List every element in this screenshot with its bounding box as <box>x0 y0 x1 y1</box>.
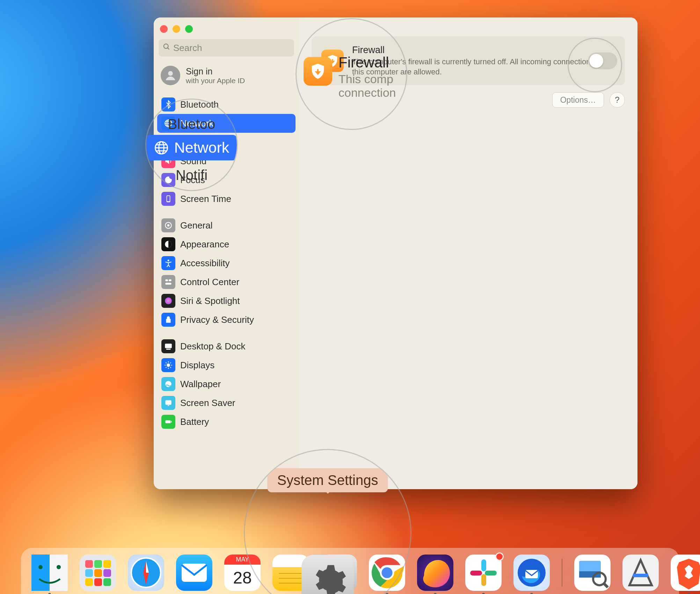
privacy-security-icon <box>161 313 175 327</box>
accessibility-icon <box>161 256 175 270</box>
firewall-toggle[interactable] <box>588 52 617 69</box>
dock-notes[interactable] <box>272 555 309 591</box>
svg-rect-48 <box>481 559 486 571</box>
sidebar-item-general[interactable]: General <box>157 216 296 235</box>
wallpaper-icon <box>161 377 175 391</box>
displays-icon <box>161 358 175 372</box>
sidebar-item-label: Focus <box>180 175 205 186</box>
zoom-button[interactable] <box>185 25 193 33</box>
sidebar-item-notifications[interactable]: Notifications <box>157 133 296 152</box>
sidebar-item-label: Appearance <box>180 239 229 250</box>
options-button[interactable]: Options… <box>552 92 604 108</box>
dock-finder[interactable] <box>31 555 68 591</box>
svg-point-26 <box>57 565 61 569</box>
svg-rect-27 <box>85 560 93 568</box>
svg-rect-31 <box>94 569 102 577</box>
sidebar-item-label: Control Center <box>180 277 239 288</box>
svg-rect-21 <box>165 420 170 423</box>
dock-safari[interactable] <box>128 555 164 591</box>
sidebar-item-focus[interactable]: Focus <box>157 171 296 189</box>
dock-system-settings[interactable] <box>321 555 357 591</box>
help-button[interactable]: ? <box>610 92 625 108</box>
svg-rect-29 <box>103 560 111 568</box>
sidebar-item-label: Displays <box>180 360 214 371</box>
svg-rect-51 <box>470 571 482 575</box>
sidebar-item-label: Screen Saver <box>180 398 235 408</box>
sign-in-row[interactable]: Sign in with your Apple ID <box>157 63 296 93</box>
svg-rect-16 <box>166 349 171 350</box>
firewall-card: Firewall This computer's firewall is cur… <box>312 36 625 85</box>
dock-separator <box>562 559 562 587</box>
search-icon <box>163 43 170 53</box>
svg-line-57 <box>604 583 608 587</box>
screen-saver-icon <box>161 396 175 410</box>
dock-thunderbird[interactable] <box>513 555 550 591</box>
dock-slack[interactable] <box>465 555 502 591</box>
sidebar-item-label: General <box>180 220 213 231</box>
firewall-icon <box>321 50 344 72</box>
sidebar-item-label: Privacy & Security <box>180 314 254 325</box>
dock-firefox[interactable] <box>417 555 453 591</box>
dock: MAY28 <box>21 548 679 594</box>
sidebar-item-displays[interactable]: Displays <box>157 356 296 375</box>
window-controls <box>157 22 296 39</box>
svg-rect-50 <box>481 574 486 586</box>
svg-rect-20 <box>168 405 169 406</box>
sign-in-title: Sign in <box>186 66 245 77</box>
search-input[interactable] <box>159 39 294 57</box>
minimize-button[interactable] <box>173 25 180 33</box>
svg-rect-33 <box>85 578 93 586</box>
sound-icon <box>161 154 175 168</box>
dock-brave[interactable] <box>671 555 700 591</box>
sidebar-item-network[interactable]: Network <box>157 114 296 133</box>
svg-rect-19 <box>165 400 171 405</box>
content-pane: Firewall This computer's firewall is cur… <box>299 17 637 489</box>
svg-point-8 <box>167 224 170 227</box>
svg-point-25 <box>38 565 43 569</box>
svg-rect-32 <box>103 569 111 577</box>
sidebar-item-privacy-security[interactable]: Privacy & Security <box>157 310 296 329</box>
sidebar-item-desktop-dock[interactable]: Desktop & Dock <box>157 337 296 356</box>
svg-rect-34 <box>94 578 102 586</box>
dock-calendar[interactable]: MAY28 <box>224 555 261 591</box>
dock-xcode[interactable] <box>622 555 659 591</box>
sidebar-item-label: Bluetooth <box>180 99 219 110</box>
general-icon <box>161 218 175 232</box>
svg-point-14 <box>165 297 172 304</box>
firewall-title: Firewall <box>352 45 615 56</box>
sidebar-item-screen-saver[interactable]: Screen Saver <box>157 393 296 412</box>
svg-line-1 <box>168 48 169 50</box>
sidebar-item-battery[interactable]: Battery <box>157 412 296 431</box>
notifications-icon <box>161 135 175 149</box>
sign-in-subtitle: with your Apple ID <box>186 77 245 85</box>
appearance-icon <box>161 237 175 251</box>
svg-rect-12 <box>169 279 172 281</box>
svg-rect-30 <box>85 569 93 577</box>
sidebar-item-label: Siri & Spotlight <box>180 296 240 306</box>
svg-rect-35 <box>103 578 111 586</box>
sidebar-item-bluetooth[interactable]: Bluetooth <box>157 95 296 114</box>
svg-rect-15 <box>165 343 172 348</box>
sidebar-item-label: Desktop & Dock <box>180 341 245 352</box>
dock-chrome[interactable] <box>369 555 405 591</box>
svg-point-0 <box>164 44 168 49</box>
dock-preview[interactable] <box>574 555 611 591</box>
sidebar-item-label: Screen Time <box>180 194 231 204</box>
sidebar-item-label: Wallpaper <box>180 379 221 390</box>
close-button[interactable] <box>160 25 168 33</box>
svg-rect-28 <box>94 560 102 568</box>
svg-rect-53 <box>525 570 538 578</box>
sidebar-item-sound[interactable]: Sound <box>157 152 296 171</box>
dock-launchpad[interactable] <box>80 555 116 591</box>
sidebar-item-screen-time[interactable]: Screen Time <box>157 189 296 208</box>
sidebar-item-wallpaper[interactable]: Wallpaper <box>157 375 296 393</box>
svg-rect-13 <box>165 283 171 284</box>
sidebar-item-accessibility[interactable]: Accessibility <box>157 254 296 273</box>
sidebar-item-siri-spotlight[interactable]: Siri & Spotlight <box>157 291 296 310</box>
svg-rect-24 <box>50 555 68 591</box>
avatar-icon <box>161 66 180 85</box>
sidebar-item-appearance[interactable]: Appearance <box>157 235 296 254</box>
dock-mail[interactable] <box>176 555 212 591</box>
sidebar-item-control-center[interactable]: Control Center <box>157 273 296 291</box>
sidebar-item-label: Network <box>180 118 213 129</box>
